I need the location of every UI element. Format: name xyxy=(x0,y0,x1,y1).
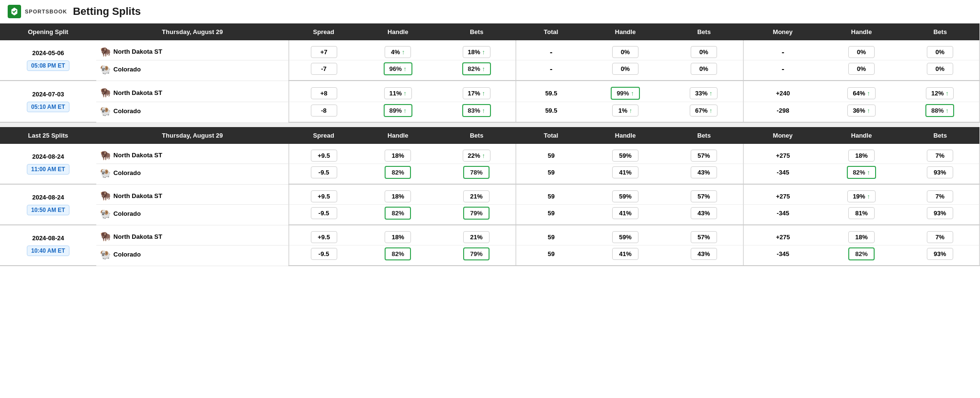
money-handle-value: 0% xyxy=(822,40,900,60)
logo-area: SPORTSBOOK xyxy=(8,5,67,18)
total-bets-value: 43% xyxy=(665,205,743,225)
spread-value: +9.5 xyxy=(289,144,359,164)
spread-value: -8 xyxy=(289,102,359,123)
bets-value: 79% xyxy=(437,246,516,266)
total-bets-value: 0% xyxy=(665,40,743,60)
money-handle-value: 18% xyxy=(822,225,900,246)
money-bets-value: 0% xyxy=(901,60,980,81)
money-value: -298 xyxy=(743,102,822,123)
team-cell: 🐏 Colorado xyxy=(96,246,289,266)
spread-value: -9.5 xyxy=(289,246,359,266)
team-cell: 🐏 Colorado xyxy=(96,164,289,185)
total-value: 59 xyxy=(516,144,586,164)
money-handle-value: 82% xyxy=(822,246,900,266)
money-value: +240 xyxy=(743,81,822,102)
col-total-label: Total xyxy=(516,23,586,40)
money-value: +275 xyxy=(743,225,822,246)
money-handle-value: 0% xyxy=(822,60,900,81)
team-cell: 🐏 Colorado xyxy=(96,60,289,81)
section-header-opening: Opening Split Thursday, August 29 Spread… xyxy=(0,23,980,40)
bets-value: 78% xyxy=(437,164,516,185)
spread-value: -9.5 xyxy=(289,164,359,185)
total-handle-value: 59% xyxy=(586,225,664,246)
team-cell: 🐏 Colorado xyxy=(96,102,289,123)
money-handle-value: 18% xyxy=(822,144,900,164)
money-bets-value: 88% ↑ xyxy=(901,102,980,123)
col-opening-label: Last 25 Splits xyxy=(0,127,96,144)
money-bets-value: 7% xyxy=(901,144,980,164)
handle-value: 18% xyxy=(359,144,437,164)
total-bets-value: 33% ↑ xyxy=(665,81,743,102)
col-total-handle-label: Handle xyxy=(586,127,664,144)
spread-value: +9.5 xyxy=(289,184,359,205)
spread-value: -7 xyxy=(289,60,359,81)
date-time-cell: 2024-07-03 05:10 AM ET xyxy=(0,81,96,122)
col-money-handle-label: Handle xyxy=(822,23,900,40)
handle-value: 18% xyxy=(359,184,437,205)
money-handle-value: 19% ↑ xyxy=(822,184,900,205)
date-time-cell: 2024-05-06 05:08 PM ET xyxy=(0,40,96,81)
spread-value: -9.5 xyxy=(289,205,359,225)
total-handle-value: 41% xyxy=(586,205,664,225)
col-money-handle-label: Handle xyxy=(822,127,900,144)
handle-value: 82% xyxy=(359,246,437,266)
total-value: 59 xyxy=(516,164,586,185)
money-bets-value: 93% xyxy=(901,164,980,185)
money-value: +275 xyxy=(743,144,822,164)
money-value: +275 xyxy=(743,184,822,205)
table-row: 2024-08-24 11:00 AM ET 🦬 North Dakota ST… xyxy=(0,144,980,164)
money-bets-value: 7% xyxy=(901,225,980,246)
date-time-cell: 2024-08-24 11:00 AM ET xyxy=(0,144,96,184)
table-container: Opening Split Thursday, August 29 Spread… xyxy=(0,23,980,266)
money-handle-value: 82% ↑ xyxy=(822,164,900,185)
table-row: 2024-07-03 05:10 AM ET 🦬 North Dakota ST… xyxy=(0,81,980,102)
col-date-label: Thursday, August 29 xyxy=(96,23,289,40)
total-bets-value: 57% xyxy=(665,225,743,246)
col-money-bets-label: Bets xyxy=(901,127,980,144)
bets-value: 22% ↑ xyxy=(437,144,516,164)
team-cell: 🦬 North Dakota ST xyxy=(96,225,289,246)
col-total-bets-label: Bets xyxy=(665,127,743,144)
table-row: 🐏 Colorado -9.5 82% 78% 59 41% 43% -345 … xyxy=(0,164,980,185)
money-handle-value: 36% ↑ xyxy=(822,102,900,123)
total-bets-value: 57% xyxy=(665,144,743,164)
table-row: 2024-05-06 05:08 PM ET 🦬 North Dakota ST… xyxy=(0,40,980,60)
money-bets-value: 93% xyxy=(901,246,980,266)
col-spread-label: Spread xyxy=(289,127,359,144)
logo-icon xyxy=(8,5,21,18)
header: SPORTSBOOK Betting Splits xyxy=(0,0,980,23)
bets-value: 21% xyxy=(437,184,516,205)
col-bets-label: Bets xyxy=(437,127,516,144)
col-total-handle-label: Handle xyxy=(586,23,664,40)
col-date-label: Thursday, August 29 xyxy=(96,127,289,144)
total-handle-value: 99% ↑ xyxy=(586,81,664,102)
table-row: 2024-08-24 10:50 AM ET 🦬 North Dakota ST… xyxy=(0,184,980,205)
money-bets-value: 93% xyxy=(901,205,980,225)
col-handle-label: Handle xyxy=(359,23,437,40)
handle-value: 82% xyxy=(359,164,437,185)
total-handle-value: 0% xyxy=(586,40,664,60)
money-value: - xyxy=(743,40,822,60)
money-bets-value: 12% ↑ xyxy=(901,81,980,102)
total-handle-value: 0% xyxy=(586,60,664,81)
money-bets-value: 7% xyxy=(901,184,980,205)
total-handle-value: 59% xyxy=(586,144,664,164)
col-money-label: Money xyxy=(743,127,822,144)
team-cell: 🦬 North Dakota ST xyxy=(96,40,289,60)
handle-value: 96% ↑ xyxy=(359,60,437,81)
bets-value: 82% ↑ xyxy=(437,60,516,81)
total-value: - xyxy=(516,60,586,81)
handle-value: 82% xyxy=(359,205,437,225)
total-value: 59.5 xyxy=(516,81,586,102)
total-value: 59 xyxy=(516,184,586,205)
main-table: Opening Split Thursday, August 29 Spread… xyxy=(0,23,980,266)
handle-value: 89% ↑ xyxy=(359,102,437,123)
total-value: - xyxy=(516,40,586,60)
col-total-bets-label: Bets xyxy=(665,23,743,40)
team-cell: 🦬 North Dakota ST xyxy=(96,184,289,205)
total-handle-value: 41% xyxy=(586,246,664,266)
spread-value: +7 xyxy=(289,40,359,60)
handle-value: 18% xyxy=(359,225,437,246)
col-money-bets-label: Bets xyxy=(901,23,980,40)
section-header-last25: Last 25 Splits Thursday, August 29 Sprea… xyxy=(0,127,980,144)
